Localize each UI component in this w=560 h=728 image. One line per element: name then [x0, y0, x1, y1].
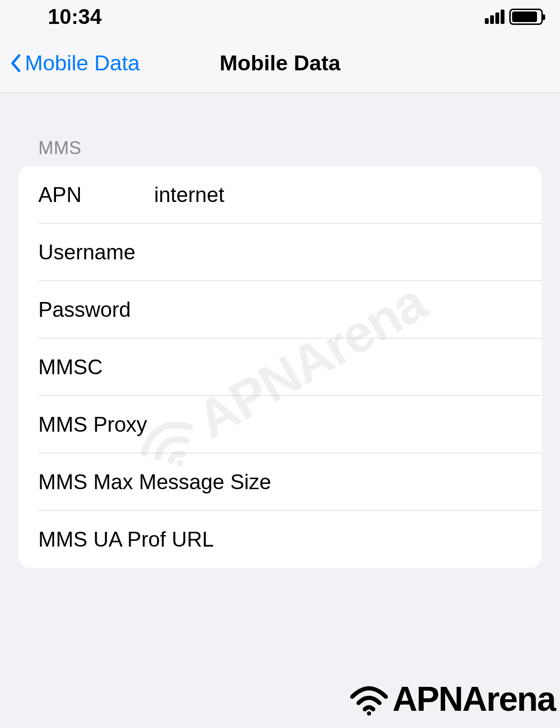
status-time: 10:34: [48, 5, 102, 29]
row-label: APN: [38, 183, 154, 207]
back-button-label: Mobile Data: [25, 51, 140, 76]
password-input[interactable]: [154, 298, 542, 322]
mms-proxy-input[interactable]: [147, 413, 542, 437]
row-mms-max-size: MMS Max Message Size: [18, 453, 542, 511]
brand-text: APNArena: [392, 679, 555, 718]
row-mms-proxy: MMS Proxy: [18, 396, 542, 453]
chevron-left-icon: [10, 54, 21, 73]
svg-point-1: [367, 711, 371, 716]
battery-icon: [509, 9, 543, 25]
mms-max-size-input[interactable]: [271, 470, 542, 494]
status-indicators: [485, 9, 543, 25]
row-mmsc: MMSC: [18, 338, 542, 396]
row-password: Password: [18, 281, 542, 338]
mmsc-input[interactable]: [154, 355, 542, 379]
row-username: Username: [18, 224, 542, 281]
row-label: MMSC: [38, 355, 154, 379]
row-label: MMS UA Prof URL: [38, 527, 214, 551]
page-title: Mobile Data: [220, 51, 341, 76]
row-mms-ua-prof-url: MMS UA Prof URL: [18, 511, 542, 568]
row-label: MMS Proxy: [38, 413, 147, 437]
status-bar: 10:34: [0, 0, 560, 34]
back-button[interactable]: Mobile Data: [0, 51, 140, 76]
section-header-mms: MMS: [0, 93, 560, 166]
apn-input[interactable]: [154, 183, 542, 207]
row-label: Username: [38, 240, 154, 264]
row-apn: APN: [18, 166, 542, 224]
brand-footer: APNArena: [347, 679, 555, 718]
row-label: MMS Max Message Size: [38, 470, 271, 494]
mms-ua-prof-url-input[interactable]: [214, 527, 542, 551]
wifi-icon: [347, 682, 391, 716]
username-input[interactable]: [154, 240, 542, 264]
navigation-bar: Mobile Data Mobile Data: [0, 34, 560, 93]
cellular-signal-icon: [485, 10, 504, 24]
settings-group-mms: APN Username Password MMSC MMS Proxy MMS…: [18, 166, 542, 568]
row-label: Password: [38, 298, 154, 322]
